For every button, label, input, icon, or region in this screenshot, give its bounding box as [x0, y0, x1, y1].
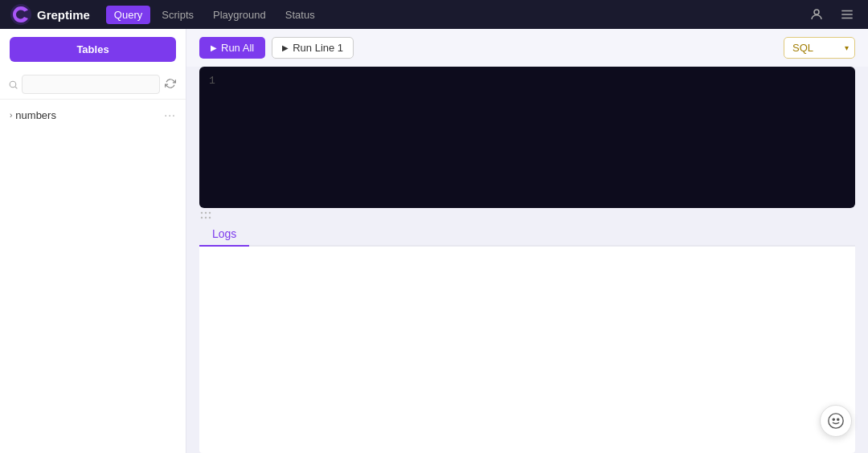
logo-text: Greptime: [37, 8, 90, 22]
run-line-button[interactable]: ▶ Run Line 1: [272, 37, 354, 59]
svg-point-13: [829, 414, 843, 428]
nav-item-scripts[interactable]: Scripts: [154, 6, 202, 24]
svg-point-14: [833, 418, 834, 420]
more-options-icon[interactable]: ···: [164, 108, 176, 121]
svg-point-1: [814, 10, 819, 14]
nav-right-area: [805, 3, 858, 26]
run-all-label: Run All: [221, 42, 254, 54]
svg-point-7: [201, 212, 203, 214]
search-icon: [8, 80, 18, 90]
chevron-right-icon: ›: [10, 111, 12, 120]
resize-handle[interactable]: [199, 211, 212, 219]
toolbar: ▶ Run All ▶ Run Line 1 SQL PromQL ▾: [186, 29, 868, 67]
tables-button[interactable]: Tables: [10, 37, 176, 62]
sidebar-tree: › numbers ···: [0, 100, 186, 130]
chat-button[interactable]: [820, 405, 852, 437]
refresh-button[interactable]: [163, 76, 178, 93]
tab-logs[interactable]: Logs: [199, 222, 249, 247]
logo-area: Greptime: [10, 3, 90, 26]
logs-content: [199, 247, 855, 453]
code-editor[interactable]: 1: [199, 67, 855, 208]
svg-point-12: [209, 217, 211, 218]
line-numbers: 1: [209, 73, 215, 202]
svg-point-15: [837, 418, 839, 420]
run-all-button[interactable]: ▶ Run All: [199, 37, 265, 59]
svg-point-10: [201, 217, 203, 218]
main-layout: Tables › numbers ··· ▶: [0, 29, 868, 453]
resize-row: [186, 208, 868, 222]
svg-point-11: [205, 217, 207, 218]
nav-item-playground[interactable]: Playground: [205, 6, 274, 24]
top-navigation: Greptime Query Scripts Playground Status: [0, 0, 868, 29]
toolbar-right: SQL PromQL ▾: [784, 37, 855, 59]
sidebar-header: Tables: [0, 29, 186, 70]
play-line-icon: ▶: [282, 43, 289, 52]
nav-item-query[interactable]: Query: [106, 6, 150, 24]
svg-point-9: [209, 212, 211, 214]
svg-point-5: [10, 81, 16, 88]
search-row: [0, 70, 186, 100]
svg-line-6: [15, 87, 17, 88]
run-line-label: Run Line 1: [293, 42, 343, 54]
language-selector-wrapper: SQL PromQL ▾: [784, 37, 855, 59]
bottom-panel: Logs: [199, 222, 855, 453]
language-selector[interactable]: SQL PromQL: [784, 37, 855, 59]
play-icon: ▶: [211, 43, 217, 52]
tabs-row: Logs: [199, 222, 855, 247]
editor-container: 1: [199, 67, 855, 208]
tree-item-label: numbers: [15, 109, 164, 121]
tree-item-numbers[interactable]: › numbers ···: [0, 104, 186, 125]
sidebar: Tables › numbers ···: [0, 29, 186, 453]
nav-item-status[interactable]: Status: [277, 6, 323, 24]
user-icon-button[interactable]: [805, 3, 828, 26]
search-input[interactable]: [22, 75, 160, 94]
svg-point-8: [205, 212, 207, 214]
editor-content[interactable]: [225, 73, 845, 202]
hamburger-menu-button[interactable]: [836, 3, 858, 26]
content-area: ▶ Run All ▶ Run Line 1 SQL PromQL ▾: [186, 29, 868, 453]
logo-icon: [10, 3, 32, 26]
